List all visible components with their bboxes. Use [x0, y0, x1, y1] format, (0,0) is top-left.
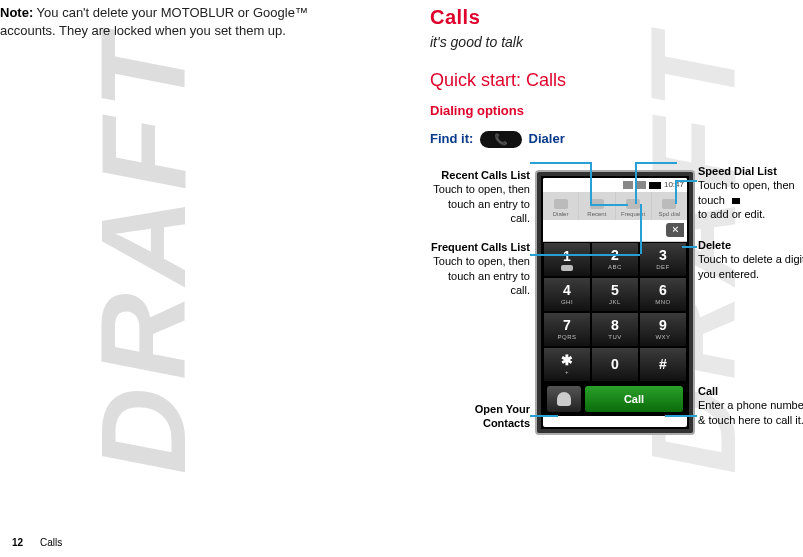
key-6[interactable]: 6MNO — [639, 277, 687, 312]
keypad: 12ABC3DEF4GHI5JKL6MNO7PQRS8TUV9WXY✱+0# — [543, 242, 687, 382]
key-letters: ABC — [608, 263, 622, 271]
left-column: Note: You can't delete your MOTOBLUR or … — [0, 4, 345, 39]
status-bar: 10:47 — [543, 178, 687, 192]
callout-speed-body1: Touch to open, then touch — [698, 179, 795, 205]
key-letters: + — [565, 368, 569, 376]
key-1[interactable]: 1 — [543, 242, 591, 277]
note-prefix: Note: — [0, 5, 33, 20]
key-4[interactable]: 4GHI — [543, 277, 591, 312]
key-number: 6 — [659, 283, 667, 297]
key-✱[interactable]: ✱+ — [543, 347, 591, 382]
key-number: ✱ — [561, 353, 573, 367]
key-5[interactable]: 5JKL — [591, 277, 639, 312]
key-3[interactable]: 3DEF — [639, 242, 687, 277]
note-para: Note: You can't delete your MOTOBLUR or … — [0, 4, 345, 39]
key-letters: TUV — [608, 333, 622, 341]
dialer-word: Dialer — [529, 131, 565, 146]
connector — [665, 415, 697, 417]
connector — [635, 162, 677, 164]
callout-recent-title: Recent Calls List — [430, 168, 530, 182]
connector — [635, 162, 637, 204]
key-8[interactable]: 8TUV — [591, 312, 639, 347]
connector — [590, 204, 628, 206]
key-number: 3 — [659, 248, 667, 262]
phone-device: 10:47 Dialer Recent Frequent Spd dial ✕ … — [535, 170, 695, 435]
connector — [640, 204, 642, 254]
call-button[interactable]: Call — [585, 386, 683, 412]
key-number: 8 — [611, 318, 619, 332]
section-title: Calls — [430, 4, 800, 31]
connector — [682, 246, 697, 248]
callout-speed-body2: to add or edit. — [698, 208, 765, 220]
tab-frequent[interactable]: Frequent — [616, 192, 652, 220]
key-letters: JKL — [609, 298, 621, 306]
key-2[interactable]: 2ABC — [591, 242, 639, 277]
key-7[interactable]: 7PQRS — [543, 312, 591, 347]
dialer-icon — [554, 199, 568, 209]
callout-contacts: Open Your Contacts — [430, 402, 530, 431]
delete-button[interactable]: ✕ — [666, 223, 684, 237]
diagram: Recent Calls List Touch to open, then to… — [430, 150, 800, 490]
page-number: 12 — [12, 537, 23, 548]
callout-call-title: Call — [698, 384, 803, 398]
dialing-options-heading: Dialing options — [430, 102, 800, 120]
find-it-label: Find it: — [430, 131, 473, 146]
key-number: 7 — [563, 318, 571, 332]
find-it-line: Find it: 📞 Dialer — [430, 130, 800, 148]
connector — [675, 180, 677, 204]
tab-label: Dialer — [553, 210, 569, 218]
footer: 12 Calls — [12, 536, 62, 550]
tab-spddial[interactable]: Spd dial — [652, 192, 687, 220]
bottom-bar: Call — [543, 382, 687, 416]
callout-call-body: Enter a phone number & touch here to cal… — [698, 399, 803, 425]
signal-icon — [623, 181, 633, 189]
battery-icon — [649, 182, 661, 189]
frequent-icon — [626, 199, 640, 209]
footer-section: Calls — [40, 537, 62, 548]
network-icon — [636, 181, 646, 189]
callout-recent: Recent Calls List Touch to open, then to… — [430, 168, 530, 225]
key-letters: MNO — [655, 298, 671, 306]
callout-frequent-title: Frequent Calls List — [430, 240, 530, 254]
callout-frequent-body: Touch to open, then touch an entry to ca… — [433, 255, 530, 296]
contact-icon — [557, 392, 571, 406]
callout-call: Call Enter a phone number & touch here t… — [698, 384, 803, 427]
phone-screen: 10:47 Dialer Recent Frequent Spd dial ✕ … — [543, 178, 687, 427]
key-number: 9 — [659, 318, 667, 332]
key-number: 5 — [611, 283, 619, 297]
watermark-left: DRAFT — [62, 28, 224, 475]
dialer-tabs: Dialer Recent Frequent Spd dial — [543, 192, 687, 220]
connector — [530, 415, 558, 417]
tab-label: Spd dial — [659, 210, 681, 218]
callout-speed-title: Speed Dial List — [698, 164, 803, 178]
callout-frequent: Frequent Calls List Touch to open, then … — [430, 240, 530, 297]
key-9[interactable]: 9WXY — [639, 312, 687, 347]
tab-recent[interactable]: Recent — [579, 192, 615, 220]
quick-start-heading: Quick start: Calls — [430, 68, 800, 92]
key-number: 4 — [563, 283, 571, 297]
key-number: # — [659, 357, 667, 371]
callout-recent-body: Touch to open, then touch an entry to ca… — [433, 183, 530, 224]
key-letters: DEF — [656, 263, 670, 271]
section-subtitle: it's good to talk — [430, 33, 800, 52]
callout-contacts-title: Open Your Contacts — [430, 402, 530, 431]
phone-icon-pill: 📞 — [480, 131, 522, 148]
key-number: 0 — [611, 357, 619, 371]
connector — [530, 254, 640, 256]
connector — [590, 162, 592, 204]
contacts-button[interactable] — [547, 386, 581, 412]
connector — [675, 180, 697, 182]
note-body: You can't delete your MOTOBLUR or Google… — [0, 5, 308, 38]
number-field[interactable]: ✕ — [543, 220, 687, 242]
right-column: Calls it's good to talk Quick start: Cal… — [430, 4, 800, 148]
key-letters: GHI — [561, 298, 573, 306]
callout-delete: Delete Touch to delete a digit you enter… — [698, 238, 803, 281]
key-letters: PQRS — [557, 333, 576, 341]
key-letters: WXY — [655, 333, 670, 341]
key-0[interactable]: 0 — [591, 347, 639, 382]
grid-icon — [730, 196, 742, 206]
tab-dialer[interactable]: Dialer — [543, 192, 579, 220]
key-#[interactable]: # — [639, 347, 687, 382]
callout-delete-title: Delete — [698, 238, 803, 252]
tab-label: Recent — [587, 210, 606, 218]
